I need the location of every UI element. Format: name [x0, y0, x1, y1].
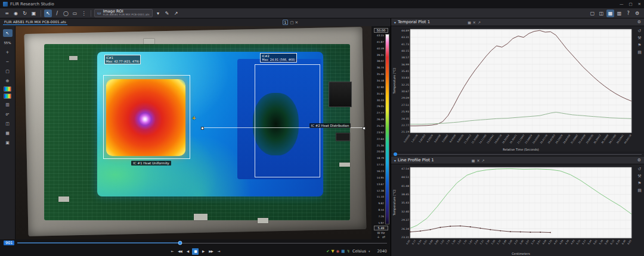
layers-icon[interactable]: ▣	[3, 139, 13, 146]
tools-icon[interactable]: ⚒	[637, 174, 641, 179]
refresh-icon[interactable]: ↻	[21, 10, 29, 17]
roi-dropdown-icon[interactable]: ▾	[154, 10, 162, 17]
roi2-rectangle[interactable]	[255, 64, 320, 177]
tab-close-icon[interactable]: ✕	[295, 20, 298, 25]
grid-view-icon[interactable]: ▦	[3, 129, 13, 137]
skip-start-icon[interactable]: ⇤	[169, 248, 175, 255]
hscroll-handle[interactable]	[394, 152, 397, 156]
palette-alt-icon[interactable]	[4, 93, 11, 99]
ellipse-tool-icon[interactable]: ◯	[62, 10, 70, 17]
roi2-annotation[interactable]: IC#2 Max: 24.91 (566, 468)	[260, 53, 297, 63]
temporal-plot-chart[interactable]: 21.1922.7724.3525.9327.5129.0930.6732.25…	[391, 26, 635, 152]
rect-tool-icon[interactable]: ▭	[71, 10, 79, 17]
chart-options-icon[interactable]: ▤	[637, 50, 642, 55]
svg-text:41.48: 41.48	[401, 185, 409, 188]
chart-options-icon[interactable]: ▤	[637, 188, 642, 193]
palette-icon[interactable]	[4, 86, 11, 92]
colorbar: 50.00 43.1541.8740.5939.3138.0236.7435.4…	[371, 26, 391, 239]
tab-expand-icon[interactable]: ▢	[290, 20, 293, 25]
roi1-title-label[interactable]: IC #1 Heat Uniformity	[131, 161, 171, 166]
step-back-icon[interactable]: ◀	[184, 248, 191, 255]
bookmark-icon[interactable]: ⚑	[637, 181, 641, 186]
close-icon[interactable]: ✕	[638, 2, 641, 7]
panel-close-icon[interactable]: ✕	[476, 158, 479, 163]
roi-edit-icon[interactable]: ✎	[163, 10, 171, 17]
colorbar-max[interactable]: 50.00	[374, 28, 388, 33]
export-status-icon[interactable]: ↯	[346, 249, 349, 254]
units-caret-icon[interactable]: ▾	[369, 249, 370, 253]
hscroll-track[interactable]	[394, 154, 642, 155]
histogram-icon[interactable]: ▥	[3, 101, 13, 108]
thermal-image-canvas[interactable]: IC#1 Max: 42.77 (421, 479) IC#2 Max: 24.…	[16, 26, 371, 239]
pan-icon[interactable]: ⊕	[3, 77, 13, 85]
zoom-out-icon[interactable]: −	[3, 58, 13, 65]
main-toolbar: ≡◉↻▣ ↖/◯▭⋮ ▭ Image ROI FLIR A8581 FLIR M…	[0, 8, 644, 18]
panel-export-icon[interactable]: ↗	[478, 20, 481, 24]
temporal-hscrollbar[interactable]	[391, 152, 644, 157]
panel-popout-icon[interactable]: ▦	[472, 158, 475, 163]
line-tool-icon[interactable]: /	[53, 10, 61, 17]
snapshot-icon[interactable]: ▣	[30, 10, 38, 17]
line-profile-chart[interactable]: 23.3126.3429.3732.4035.4338.4541.4844.51…	[391, 164, 635, 256]
flip-horizontal-icon[interactable]: ◫	[3, 120, 13, 127]
viewer-tab[interactable]: FLIR A8581 FLIR MIX PCB-0001.ats	[3, 20, 67, 25]
colorbar-tick: 8.54	[378, 208, 384, 211]
maximize-icon[interactable]: ▢	[628, 2, 632, 7]
layout-single-icon[interactable]: ▢	[589, 10, 596, 17]
profile-anchor-icon[interactable]: +	[192, 115, 197, 121]
colorbar-tick: 35.46	[377, 73, 384, 76]
current-frame-badge[interactable]: 901	[4, 241, 14, 245]
camera-icon[interactable]: ◉	[336, 249, 340, 254]
play-icon[interactable]: ▶	[200, 248, 206, 255]
filter-icon[interactable]: ▼	[332, 249, 335, 254]
colorbar-tick: 39.31	[377, 54, 384, 57]
roi-selector[interactable]: ▭ Image ROI FLIR A8581 FLIR MIX PCB-0001…	[94, 9, 153, 17]
crosshair-icon[interactable]: +	[377, 235, 380, 239]
colorbar-tick: 43.15	[377, 34, 384, 37]
help-icon[interactable]: ?	[624, 10, 632, 17]
collapse-chevron-icon[interactable]: ▾	[394, 20, 396, 24]
panel-popout-icon[interactable]: ▦	[467, 20, 471, 24]
fast-backward-icon[interactable]: ◀◀	[177, 248, 183, 255]
bookmark-icon[interactable]: ⚑	[637, 43, 641, 48]
view-count-badge[interactable]: 1	[283, 20, 289, 25]
reset-zoom-icon[interactable]: ↺	[638, 29, 642, 33]
layout-grid-icon[interactable]: ▦	[606, 10, 614, 17]
layers-status-icon[interactable]: ▦	[341, 249, 345, 254]
panel-export-icon[interactable]: ↗	[481, 158, 484, 163]
record-icon[interactable]: ◉	[12, 10, 20, 17]
minimize-icon[interactable]: —	[620, 2, 624, 7]
panel-close-icon[interactable]: ✕	[473, 20, 476, 24]
share-icon[interactable]: ↗	[172, 10, 180, 17]
profile-settings-icon[interactable]: ⚙	[637, 158, 641, 163]
menu-icon[interactable]: ≡	[3, 10, 11, 17]
timeline-handle[interactable]	[178, 241, 182, 245]
temporal-settings-icon[interactable]: ⚙	[637, 20, 641, 24]
fit-screen-icon[interactable]: ▢	[3, 67, 13, 75]
fast-forward-icon[interactable]: ▶▶	[208, 248, 214, 255]
pointer-icon[interactable]: ↖	[3, 29, 13, 37]
reset-zoom-icon[interactable]: ↺	[638, 167, 642, 171]
svg-text:21.19: 21.19	[401, 130, 409, 133]
temperature-units-select[interactable]: Celsius	[352, 249, 366, 254]
swap-axes-icon[interactable]: ⇄	[382, 235, 385, 239]
colorbar-gradient[interactable]	[385, 34, 389, 224]
roi1-annotation[interactable]: IC#1 Max: 42.77 (421, 479)	[104, 55, 141, 64]
collapse-chevron-icon[interactable]: ▾	[394, 158, 396, 163]
colorbar-tick: 40.59	[377, 47, 384, 50]
zoom-in-icon[interactable]: +	[3, 48, 13, 56]
colorbar-min[interactable]: 5.49	[374, 226, 388, 230]
cursor-tool-icon[interactable]: ↖	[44, 10, 52, 17]
more-tools-icon[interactable]: ⋮	[80, 10, 88, 17]
layout-wide-icon[interactable]: ▥	[615, 10, 623, 17]
skip-end-icon[interactable]: ⇥	[215, 248, 222, 255]
recording-ok-icon[interactable]: ✔	[326, 249, 329, 254]
colorbar-body: 43.1541.8740.5939.3138.0236.7435.4634.18…	[373, 34, 389, 224]
timeline-slider[interactable]	[17, 240, 387, 246]
tools-icon[interactable]: ⚒	[637, 36, 641, 40]
roi2-title-label[interactable]: IC #2 Heat Distribution	[309, 123, 351, 128]
roi1-rectangle[interactable]	[103, 75, 190, 159]
stop-icon[interactable]: ■	[192, 248, 199, 255]
app-settings-icon[interactable]: ⚙	[633, 10, 641, 17]
layout-split-icon[interactable]: ◫	[597, 10, 605, 17]
